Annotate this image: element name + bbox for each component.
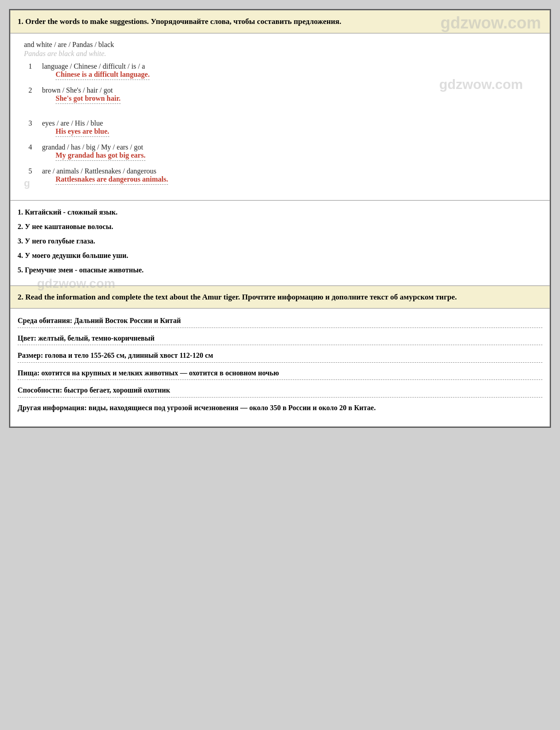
item-number-5: 5 [28, 167, 42, 175]
translation-4: 4. У моего дедушки большие уши. [18, 250, 542, 261]
info-item-1: Среда обитания: Дальний Восток России и … [18, 315, 542, 328]
info-item-3: Размер: голова и тело 155-265 см, длинны… [18, 350, 542, 363]
item-words-4: grandad / has / big / My / ears / got [42, 143, 143, 151]
exercise-item-4-row: 4 grandad / has / big / My / ears / got [28, 143, 536, 151]
translations-section: 1. Китайский - сложный язык. 2. У нее ка… [10, 201, 550, 286]
example-block: and white / are / Pandas / black Pandas … [24, 41, 536, 58]
exercise-item-2: 2 brown / She's / hair / got She's got b… [28, 86, 536, 104]
item-words-1: language / Chinese / difficult / is / a [42, 62, 145, 70]
item-number-3: 3 [28, 119, 42, 127]
translation-1: 1. Китайский - сложный язык. [18, 207, 542, 218]
section2-header-text: 2. Read the information and complete the… [18, 293, 457, 301]
section1-header-text: 1. Order the words to make suggestions. … [18, 17, 341, 26]
item-answer-5: Rattlesnakes are dangerous animals. [56, 175, 168, 185]
section1-header: 1. Order the words to make suggestions. … [10, 10, 550, 33]
watermark-6: g [24, 178, 30, 189]
item-answer-3: His eyes are blue. [56, 127, 109, 137]
info-item-4: Пища: охотится на крупных и мелких живот… [18, 367, 542, 380]
item-words-2: brown / She's / hair / got [42, 86, 113, 94]
exercise-item-3: 3 eyes / are / His / blue His eyes are b… [28, 119, 536, 137]
item-number-1: 1 [28, 62, 42, 70]
exercise-box: and white / are / Pandas / black Pandas … [10, 33, 550, 201]
item-answer-2: She's got brown hair. [56, 94, 121, 104]
exercise-item-5: 5 are / animals / Rattlesnakes / dangero… [28, 167, 536, 185]
info-item-6: Другая информация: виды, находящиеся под… [18, 402, 542, 414]
item-number-2: 2 [28, 86, 42, 94]
item-answer-4: My grandad has got big ears. [56, 151, 145, 161]
exercise-item-2-row: 2 brown / She's / hair / got [28, 86, 536, 94]
info-item-5: Способности: быстро бегает, хороший охот… [18, 384, 542, 398]
item-words-5: are / animals / Rattlesnakes / dangerous [42, 167, 156, 175]
example-words: and white / are / Pandas / black [24, 41, 536, 49]
item-words-3: eyes / are / His / blue [42, 119, 103, 127]
exercise-item-1-row: 1 language / Chinese / difficult / is / … [28, 62, 536, 70]
translation-3: 3. У него голубые глаза. [18, 236, 542, 247]
item-number-4: 4 [28, 143, 42, 151]
translation-2: 2. У нее каштановые волосы. [18, 221, 542, 232]
info-item-2: Цвет: желтый, белый, темно-коричневый [18, 332, 542, 346]
info-box: Среда обитания: Дальний Восток России и … [10, 309, 550, 427]
section2-header: 2. Read the information and complete the… [10, 286, 550, 309]
exercise-item-1: 1 language / Chinese / difficult / is / … [28, 62, 536, 80]
exercise-item-4: 4 grandad / has / big / My / ears / got … [28, 143, 536, 161]
item-answer-1: Chinese is a difficult language. [56, 70, 149, 80]
exercise-item-3-row: 3 eyes / are / His / blue [28, 119, 536, 127]
exercise-item-5-row: 5 are / animals / Rattlesnakes / dangero… [28, 167, 536, 175]
page: gdzwow.com gdzwow.com gdzwow.com gdzwow.… [9, 9, 551, 428]
example-answer: Pandas are black and white. [24, 50, 536, 58]
translation-5: 5. Гремучие змеи - опасные животные. [18, 265, 542, 276]
